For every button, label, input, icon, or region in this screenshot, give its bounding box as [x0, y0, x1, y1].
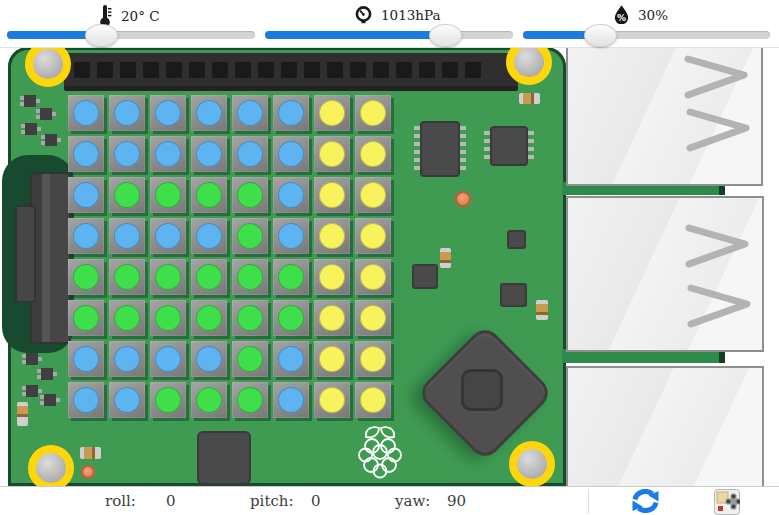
refresh-button[interactable] [631, 489, 659, 515]
led-cell [314, 136, 350, 172]
led [360, 182, 386, 208]
led-cell [150, 259, 186, 295]
screw-hole-bottom-right [509, 441, 555, 487]
led [114, 346, 140, 372]
flex-connector [30, 172, 71, 344]
led-cell [232, 341, 268, 377]
led [237, 141, 263, 167]
led-cell [314, 300, 350, 336]
gpio-pin [120, 62, 136, 78]
led-cell [232, 259, 268, 295]
led [237, 182, 263, 208]
led-cell [355, 341, 391, 377]
led [237, 264, 263, 290]
led-cell [273, 95, 309, 131]
led-cell [355, 300, 391, 336]
transistor [22, 385, 42, 397]
transistor [36, 108, 56, 120]
gamepad-icon [714, 489, 740, 515]
ic-chip-large [420, 121, 460, 177]
gpio-pin [189, 62, 205, 78]
usb-contact-icon [684, 108, 756, 152]
pressure-slider[interactable] [265, 31, 513, 39]
led [278, 264, 304, 290]
led-cell [314, 218, 350, 254]
led-cell [314, 341, 350, 377]
ic-chip-small [490, 126, 528, 166]
copper-via [455, 191, 471, 207]
pressure-value-label: 1013hPa [381, 7, 441, 23]
gpio-pin [143, 62, 159, 78]
led [278, 100, 304, 126]
led [196, 223, 222, 249]
led [237, 305, 263, 331]
led [196, 387, 222, 413]
temperature-slider-handle[interactable] [85, 24, 118, 47]
humidity-slider[interactable] [523, 31, 770, 39]
humidity-slider-fill [523, 31, 602, 39]
droplet-icon: % [614, 5, 629, 24]
led-cell [68, 341, 104, 377]
led [319, 264, 345, 290]
led-cell [150, 136, 186, 172]
led [73, 305, 99, 331]
pressure-slider-fill [265, 31, 447, 39]
led-cell [150, 300, 186, 336]
gpio-pin [74, 62, 90, 78]
gpio-pin [97, 62, 113, 78]
led [196, 182, 222, 208]
led [360, 223, 386, 249]
transistor [37, 368, 57, 380]
gpio-pin [327, 62, 343, 78]
gpio-pin [281, 62, 297, 78]
led-cell [109, 382, 145, 418]
smd-component [500, 283, 527, 307]
led [196, 346, 222, 372]
gpio-pin [465, 62, 481, 78]
led [114, 141, 140, 167]
gpio-pin [350, 62, 366, 78]
resistor [440, 248, 451, 268]
svg-text:%: % [617, 13, 626, 23]
gpio-pin [166, 62, 182, 78]
led [155, 387, 181, 413]
led [114, 223, 140, 249]
led [73, 387, 99, 413]
gpio-header [64, 53, 518, 91]
led [319, 223, 345, 249]
led [360, 264, 386, 290]
led-cell [232, 95, 268, 131]
led [155, 346, 181, 372]
raspberry-pi-logo-icon [356, 424, 404, 480]
led [155, 223, 181, 249]
led [196, 100, 222, 126]
led-cell [191, 341, 227, 377]
humidity-slider-handle[interactable] [584, 24, 617, 47]
gamepad-button[interactable] [713, 489, 741, 515]
screw-hole-bottom-left [28, 445, 74, 491]
led-cell [355, 259, 391, 295]
transistor [22, 353, 42, 365]
led [114, 387, 140, 413]
gpio-pin [396, 62, 412, 78]
led-cell [109, 300, 145, 336]
led-cell [150, 95, 186, 131]
gpio-pin [442, 62, 458, 78]
led-cell [232, 136, 268, 172]
led-cell [150, 218, 186, 254]
transistor [21, 123, 41, 135]
humidity-value-label: 30% [638, 7, 668, 23]
led [155, 100, 181, 126]
footer-divider [588, 489, 589, 514]
joystick-center-button[interactable] [461, 369, 503, 411]
transistor [40, 394, 60, 406]
led [237, 387, 263, 413]
usb-port-1 [566, 46, 763, 186]
temperature-slider[interactable] [7, 31, 255, 39]
atmel-chip [197, 431, 251, 485]
temperature-slider-fill [7, 31, 103, 39]
pressure-slider-handle[interactable] [429, 24, 462, 47]
usb-port-3 [566, 366, 764, 492]
led-cell [68, 218, 104, 254]
resistor [80, 447, 101, 459]
